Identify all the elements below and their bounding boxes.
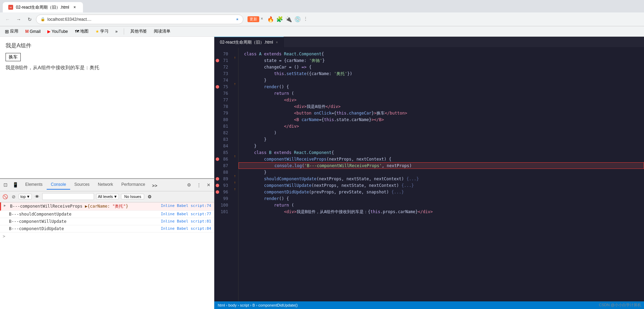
gutter-mark-72 xyxy=(232,61,238,67)
bookmark-youtube[interactable]: ▶ YouTube xyxy=(45,28,70,35)
devtools-settings-btn[interactable]: ⚙ xyxy=(185,181,193,189)
entry-1-source[interactable]: Inline Babel script:77 xyxy=(161,212,211,216)
ext-icon-1[interactable]: 🔥 xyxy=(267,16,274,22)
ext-icon-4[interactable]: 💿 xyxy=(294,16,301,22)
bookmark-gmail[interactable]: M Gmail xyxy=(23,28,43,35)
inspect-element-btn[interactable]: ⊡ xyxy=(1,181,10,189)
address-bar[interactable]: 🔒 localhost:63342/react.... ★ xyxy=(36,15,243,24)
line-num-86: 86 xyxy=(214,156,232,162)
extension-icons: 🔥 🧩 🔌 💿 ⋮ xyxy=(267,16,308,22)
line-num-96: 96 xyxy=(214,189,232,195)
entry-3-text: B---componentDidUpdate xyxy=(9,226,158,231)
gutter-mark-71: ↑ xyxy=(232,54,238,61)
editor-tab-close-btn[interactable]: × xyxy=(276,40,278,44)
devtools-settings-area: ⚙ ⋮ ✕ xyxy=(185,181,213,189)
tab-title: 02-react生命周期（旧）.html xyxy=(16,4,69,10)
update-btn[interactable]: 更新 xyxy=(248,16,259,22)
gutter-mark-81 xyxy=(232,120,238,127)
prompt-arrow: > xyxy=(3,234,5,239)
console-clear-btn[interactable]: 🚫 xyxy=(2,193,8,200)
line-num-74: 74 xyxy=(214,77,232,83)
code-line-70: class A extends React.Component{ xyxy=(239,51,644,57)
bookmarks-more-btn[interactable]: » xyxy=(113,28,120,35)
device-toolbar-btn[interactable]: 📱 xyxy=(10,181,20,189)
code-line-81: </div> xyxy=(239,123,644,129)
code-line-77: <div> xyxy=(239,97,644,103)
devtools-more-tabs[interactable]: >> xyxy=(149,182,160,190)
tab-network[interactable]: Network xyxy=(94,180,117,190)
top-arrow-icon: ▼ xyxy=(26,194,30,199)
ext-icon-3[interactable]: 🔌 xyxy=(285,16,292,22)
editor-breadcrumb: html › body › script › B › componentDidU… xyxy=(214,301,644,309)
refresh-button[interactable]: ↻ xyxy=(25,15,35,24)
page-content: 我是A组件 换车 我是B组件，从A组件中接收到的车是：奥托 xyxy=(0,37,214,178)
tab-close-btn[interactable]: × xyxy=(72,4,77,10)
code-line-99: render() { xyxy=(239,195,644,202)
ext-icon-2[interactable]: 🧩 xyxy=(276,16,283,22)
gutter-mark-70 xyxy=(232,48,238,54)
code-line-85: class B extends React.Component{ xyxy=(239,149,644,156)
bookmark-read[interactable]: 阅读清单 xyxy=(152,28,172,35)
line-numbers: 7071727374757677787980818283848586878889… xyxy=(214,48,232,301)
bookmark-apps[interactable]: ⊞ 应用 xyxy=(3,28,20,35)
maps-label: 地图 xyxy=(80,28,88,34)
back-button[interactable]: ← xyxy=(3,15,12,24)
gutter-mark-80 xyxy=(232,113,238,120)
bookmark-study[interactable]: ★ 学习 xyxy=(93,28,111,35)
line-num-82: 82 xyxy=(214,129,232,136)
forward-button[interactable]: → xyxy=(14,15,24,24)
update-close-btn[interactable]: × xyxy=(261,16,263,22)
read-label: 阅读清单 xyxy=(154,28,170,34)
all-levels-arrow: ▼ xyxy=(114,194,118,199)
address-text: localhost:63342/react.... xyxy=(47,17,234,22)
console-settings-btn[interactable]: ⚙ xyxy=(146,193,153,200)
tab-performance[interactable]: Performance xyxy=(117,180,149,190)
change-car-button[interactable]: 换车 xyxy=(6,53,21,61)
editor-tab-active[interactable]: 02-react生命周期（旧）.html × xyxy=(214,37,284,48)
code-line-80: <B carName={this.state.carName}></B> xyxy=(239,116,644,123)
code-line-88: } xyxy=(239,169,644,175)
study-icon: ★ xyxy=(95,29,99,34)
devtools-more-btn[interactable]: ⋮ xyxy=(195,181,203,189)
active-tab[interactable]: H 02-react生命周期（旧）.html × xyxy=(3,2,83,12)
code-line-96: componentDidUpdate(prevProps, prevState,… xyxy=(239,189,644,195)
code-editor: 02-react生命周期（旧）.html × 70717273747576777… xyxy=(214,37,644,309)
console-entry-2: B---componentWillUpdate Inline Babel scr… xyxy=(0,218,214,225)
console-issues-btn[interactable]: No Issues xyxy=(121,194,144,199)
bookmark-other[interactable]: 其他书签 xyxy=(128,28,149,35)
console-filter-btn[interactable]: ⊘ xyxy=(10,193,17,200)
editor-tab-title: 02-react生命周期（旧）.html xyxy=(220,39,273,45)
line-num-71: 71 xyxy=(214,57,232,64)
entry-2-source[interactable]: Inline Babel script:81 xyxy=(161,219,211,224)
gutter-mark-78 xyxy=(232,100,238,107)
all-levels-label: All levels xyxy=(98,194,113,199)
code-line-83: } xyxy=(239,136,644,143)
gutter-mark-84 xyxy=(232,140,238,146)
code-line-79: <button onClick={this.changeCar}>换车</but… xyxy=(239,110,644,116)
devtools-close-btn[interactable]: ✕ xyxy=(204,181,213,189)
code-line-89: shouldComponentUpdate(nextProps, nextSta… xyxy=(239,175,644,182)
tab-sources[interactable]: Sources xyxy=(70,180,94,190)
tab-console[interactable]: Console xyxy=(47,180,70,190)
console-filter-input[interactable] xyxy=(42,193,94,200)
entry-0-main: B---componentWillReceiveProps xyxy=(10,204,85,209)
top-context-select[interactable]: top ▼ xyxy=(19,194,32,199)
line-num-78: 78 xyxy=(214,103,232,110)
eye-filter-btn[interactable]: 👁 xyxy=(34,193,40,200)
line-num-99: 99 xyxy=(214,195,232,202)
line-num-76: 76 xyxy=(214,90,232,97)
bookmark-maps[interactable]: 🗺 地图 xyxy=(73,28,91,35)
console-level-select[interactable]: All levels ▼ xyxy=(96,194,119,199)
entry-0-source[interactable]: Inline Babel script:74 xyxy=(161,203,211,208)
menu-icon[interactable]: ⋮ xyxy=(303,16,308,22)
code-line-82: ) xyxy=(239,129,644,136)
entry-3-source[interactable]: Inline Babel script:84 xyxy=(161,226,211,231)
entry-2-text: B---componentWillUpdate xyxy=(9,219,158,224)
tab-elements[interactable]: Elements xyxy=(21,180,47,190)
code-line-86: componentWillReceiveProps(nextProps, nex… xyxy=(239,156,644,162)
tab-favicon: H xyxy=(8,5,13,10)
line-num-73: 73 xyxy=(214,70,232,77)
entry-0-text: B---componentWillReceiveProps ▶{carName:… xyxy=(10,203,158,209)
line-num-87: 87 xyxy=(214,162,232,169)
toolbar-icons: 更新 × xyxy=(248,16,263,22)
